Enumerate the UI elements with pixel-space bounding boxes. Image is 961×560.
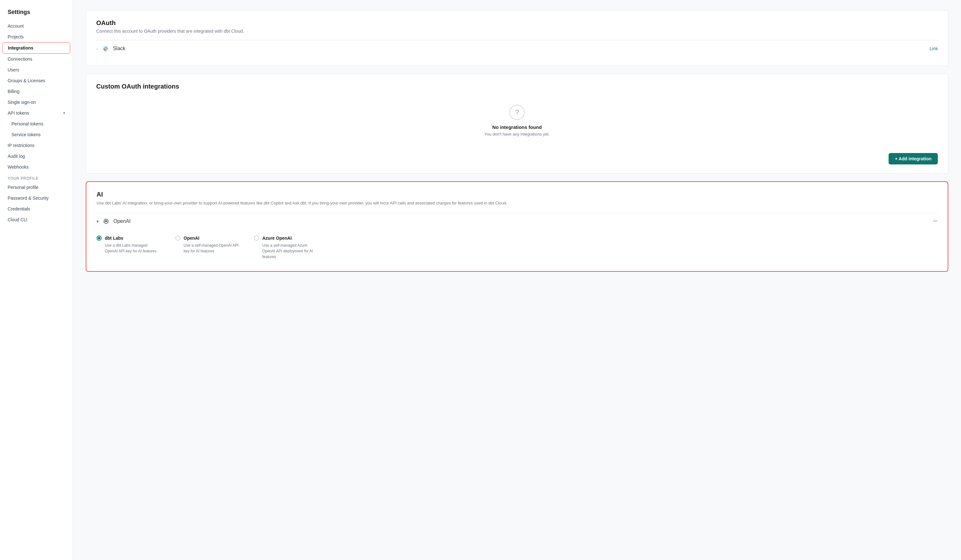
sidebar-item-single-sign-on[interactable]: Single sign-on	[0, 97, 73, 108]
ai-options: dbt Labs Use a dbt Labs managed OpenAI A…	[96, 229, 937, 262]
ai-option-azure-openai[interactable]: Azure OpenAI Use a self-managed Azure Op…	[254, 236, 318, 260]
slack-link-button[interactable]: Link	[930, 46, 938, 51]
custom-oauth-title: Custom OAuth integrations	[96, 83, 938, 90]
openai-label: OpenAI	[113, 218, 130, 224]
sidebar-item-account[interactable]: Account	[0, 21, 73, 31]
custom-oauth-card: Custom OAuth integrations ? No integrati…	[86, 74, 948, 174]
openai-radio[interactable]	[175, 236, 180, 241]
openai-option-desc: Use a self-managed OpenAI API key for AI…	[175, 242, 239, 254]
sidebar-item-billing[interactable]: Billing	[0, 86, 73, 97]
sidebar-item-ip-restrictions[interactable]: IP restrictions	[0, 140, 73, 151]
chevron-right-icon[interactable]: ›	[96, 46, 98, 51]
sidebar-item-webhooks[interactable]: Webhooks	[0, 162, 73, 172]
add-integration-row: + Add integration	[96, 144, 938, 164]
dbt-labs-name: dbt Labs	[105, 236, 123, 241]
oauth-subtitle: Connect this account to OAuth providers …	[96, 29, 938, 34]
sidebar-item-integrations[interactable]: Integrations	[3, 42, 70, 54]
openai-chevron-icon[interactable]: ▾	[96, 219, 99, 224]
edit-icon[interactable]: ✏	[934, 218, 937, 224]
openai-row: ▾ OpenAI ✏	[96, 213, 937, 229]
ai-title: AI	[96, 191, 937, 198]
profile-section-label: Your profile	[0, 172, 73, 182]
empty-state: ? No integrations found You don't have a…	[96, 92, 938, 144]
question-mark-icon: ?	[509, 105, 525, 120]
azure-openai-header: Azure OpenAI	[254, 236, 318, 241]
sidebar-item-users[interactable]: Users	[0, 64, 73, 75]
sidebar-item-personal-profile[interactable]: Personal profile	[0, 182, 73, 193]
sidebar-item-password-security[interactable]: Password & Security	[0, 193, 73, 204]
ai-option-openai[interactable]: OpenAI Use a self-managed OpenAI API key…	[175, 236, 239, 260]
oauth-title: OAuth	[96, 19, 938, 27]
openai-option-header: OpenAI	[175, 236, 239, 241]
ai-card: AI Use dbt Labs' AI integration, or brin…	[86, 181, 948, 272]
sidebar-title: Settings	[0, 6, 73, 21]
sidebar-item-connections[interactable]: Connections	[0, 54, 73, 64]
sidebar-item-service-tokens[interactable]: Service tokens	[0, 129, 73, 140]
sidebar-item-cloud-cli[interactable]: Cloud CLI	[0, 214, 73, 225]
no-integrations-title: No integrations found	[492, 124, 542, 130]
sidebar-item-credentials[interactable]: Credentials	[0, 204, 73, 214]
azure-openai-desc: Use a self-managed Azure OpenAI API depl…	[254, 242, 318, 260]
sidebar-item-api-tokens[interactable]: API tokens ▾	[0, 108, 73, 119]
openai-option-name: OpenAI	[183, 236, 199, 241]
slack-row: › Slack Link	[96, 40, 938, 57]
oauth-card: OAuth Connect this account to OAuth prov…	[86, 10, 948, 66]
sidebar-item-groups-licenses[interactable]: Groups & Licenses	[0, 75, 73, 86]
sidebar: Settings Account Projects Integrations C…	[0, 0, 73, 560]
dbt-labs-radio[interactable]	[96, 236, 101, 241]
svg-rect-0	[102, 45, 109, 52]
main-content: OAuth Connect this account to OAuth prov…	[73, 0, 961, 560]
dbt-labs-header: dbt Labs	[96, 236, 160, 241]
no-integrations-desc: You don't have any integrations yet.	[484, 132, 550, 136]
sidebar-item-personal-tokens[interactable]: Personal tokens	[0, 119, 73, 129]
slack-label: Slack	[113, 46, 125, 51]
sidebar-item-audit-log[interactable]: Audit log	[0, 151, 73, 162]
dbt-labs-desc: Use a dbt Labs managed OpenAI API key fo…	[96, 242, 160, 254]
ai-option-dbt-labs[interactable]: dbt Labs Use a dbt Labs managed OpenAI A…	[96, 236, 160, 260]
chevron-down-icon: ▾	[63, 111, 65, 115]
sidebar-item-projects[interactable]: Projects	[0, 31, 73, 42]
ai-description: Use dbt Labs' AI integration, or bring-y…	[96, 200, 937, 207]
azure-openai-radio[interactable]	[254, 236, 259, 241]
add-integration-button[interactable]: + Add integration	[889, 153, 938, 164]
slack-row-left: › Slack	[96, 45, 125, 52]
openai-row-left: ▾ OpenAI	[96, 218, 130, 225]
azure-openai-name: Azure OpenAI	[262, 236, 292, 241]
slack-icon	[101, 45, 109, 52]
openai-icon	[103, 218, 109, 225]
